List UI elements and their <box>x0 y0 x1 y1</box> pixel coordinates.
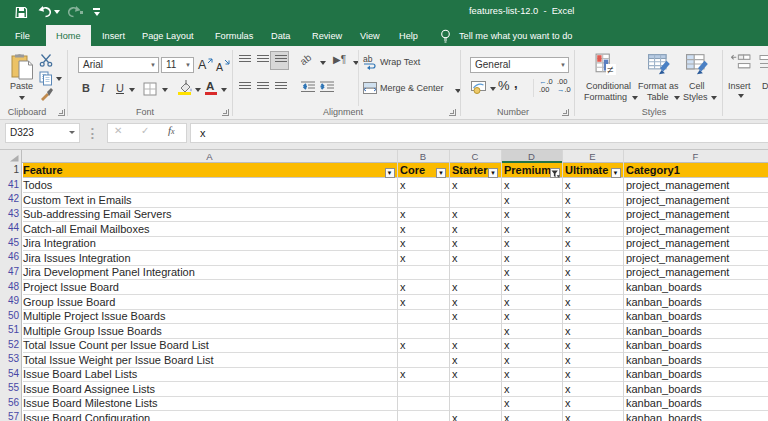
svg-text:≠: ≠ <box>607 63 614 75</box>
